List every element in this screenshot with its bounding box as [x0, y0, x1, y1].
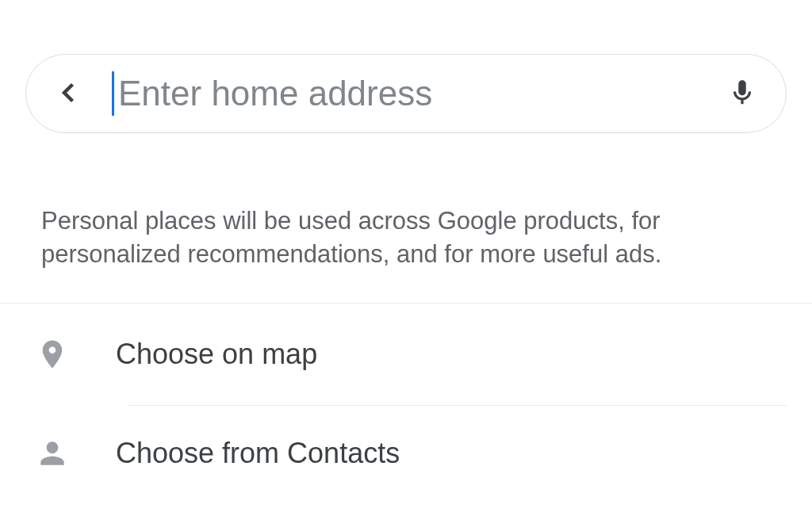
address-search-input[interactable] — [112, 74, 699, 113]
choose-on-map-option[interactable]: Choose on map — [25, 304, 787, 405]
options-list: Choose on map Choose from Contacts — [25, 304, 787, 501]
text-cursor — [112, 71, 114, 116]
person-icon — [35, 436, 70, 471]
search-input-wrapper — [112, 74, 699, 113]
choose-from-contacts-option[interactable]: Choose from Contacts — [25, 406, 787, 501]
choose-from-contacts-label: Choose from Contacts — [116, 437, 400, 470]
microphone-icon — [727, 75, 757, 113]
voice-search-button[interactable] — [727, 75, 757, 113]
info-text: Personal places will be used across Goog… — [25, 133, 787, 303]
search-bar — [25, 54, 787, 133]
chevron-left-icon — [55, 78, 83, 109]
choose-on-map-label: Choose on map — [116, 338, 317, 371]
map-pin-icon — [35, 334, 70, 375]
back-button[interactable] — [55, 78, 83, 109]
